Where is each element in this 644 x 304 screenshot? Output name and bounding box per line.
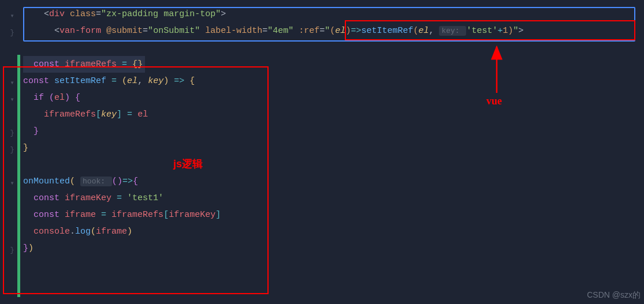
fold-icon[interactable]: } (8, 242, 16, 259)
annotation-label-js: js逻辑 (173, 157, 203, 171)
code-line[interactable]: const iframe = iframeRefs[iframeKey] (23, 207, 644, 223)
fold-icon[interactable]: ▾ (8, 175, 16, 192)
watermark: CSDN @szx的 (587, 290, 641, 301)
fold-icon[interactable]: ▾ (8, 75, 16, 92)
code-line[interactable]: }) (23, 240, 644, 257)
fold-icon[interactable]: } (8, 125, 16, 142)
code-line[interactable]: const iframeRefs = {} (23, 56, 644, 73)
fold-icon[interactable]: } (8, 25, 16, 42)
code-line[interactable]: <div class="zx-padding margin-top"> (23, 6, 644, 22)
fold-icon[interactable]: } (8, 142, 16, 159)
code-line[interactable]: const iframeKey = 'test1' (23, 190, 644, 207)
code-line[interactable]: if (el) { (23, 89, 644, 106)
code-editor[interactable]: ▾ } <div class="zx-padding margin-top"> … (0, 0, 644, 262)
code-line[interactable]: iframeRefs[key] = el (23, 106, 644, 123)
vcs-change-indicator (17, 55, 20, 297)
code-line[interactable] (23, 156, 644, 173)
code-line[interactable]: } (23, 123, 644, 140)
code-line[interactable]: const setItemRef = (el, key) => { (23, 73, 644, 89)
inlay-hint: hook: (80, 177, 112, 186)
annotation-label-vue: vue (486, 95, 502, 107)
code-line[interactable]: onMounted( hook: ()=>{ (23, 173, 644, 190)
code-line[interactable]: console.log(iframe) (23, 223, 644, 240)
code-line[interactable] (23, 39, 644, 56)
inlay-hint: key: (439, 26, 466, 36)
code-line[interactable]: } (23, 140, 644, 156)
fold-icon[interactable]: ▾ (8, 92, 16, 108)
code-line[interactable]: <van-form @submit="onSubmit" label-width… (23, 22, 644, 39)
fold-icon[interactable]: ▾ (8, 8, 16, 25)
